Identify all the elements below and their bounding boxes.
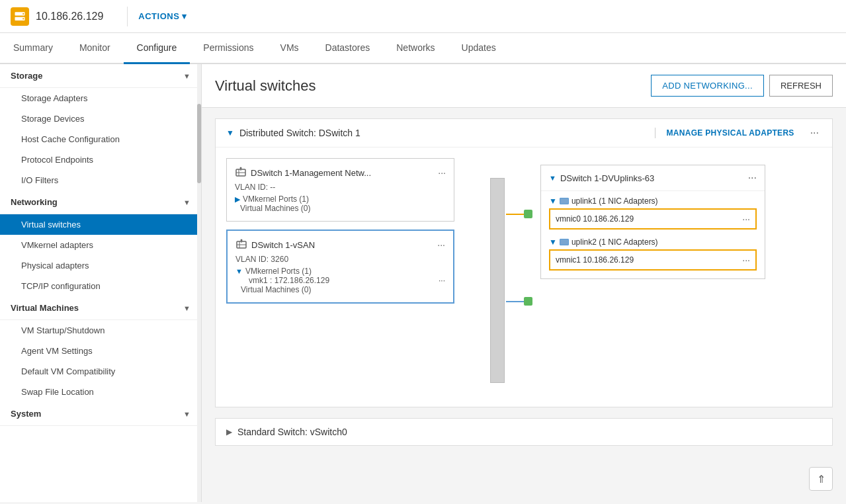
port-group-svg-icon <box>235 167 247 179</box>
standard-switch-title: Standard Switch: vSwitch0 <box>237 427 347 437</box>
mgmt-vmkernel-ports[interactable]: ▶ VMkernel Ports (1) <box>235 194 446 204</box>
uplink1-label: uplink1 (1 NIC Adapters) <box>571 196 658 206</box>
mgmt-port-group-card: DSwitch 1-Management Netw... ··· VLAN ID… <box>226 158 454 222</box>
sidebar-scrollbar <box>197 64 201 502</box>
uplinks-more-button[interactable]: ··· <box>748 172 757 184</box>
vsan-vmkernel-ports[interactable]: ▼ VMkernel Ports (1) <box>235 267 445 276</box>
sidebar-item-physical-adapters[interactable]: Physical adapters <box>0 255 201 276</box>
vsan-vms: Virtual Machines (0) <box>235 285 445 294</box>
virtual-machines-items: VM Startup/Shutdown Agent VM Settings De… <box>0 320 201 402</box>
storage-section-label: Storage <box>11 71 42 81</box>
uplink2-header: ▼ uplink2 (1 NIC Adapters) <box>549 237 757 247</box>
uplink2-icon <box>560 239 569 245</box>
content-header: Virtual switches ADD NETWORKING... REFRE… <box>202 64 846 108</box>
uplink2-nic-item: vmnic1 10.186.26.129 ··· <box>549 249 757 271</box>
vsan-card-header: DSwitch 1-vSAN ··· <box>235 239 445 251</box>
mgmt-vlan: VLAN ID: -- <box>235 183 446 192</box>
svg-point-3 <box>22 18 24 19</box>
uplink2-nic-name: vmnic1 10.186.26.129 <box>556 255 634 265</box>
sidebar-section-header-storage[interactable]: Storage ▼ <box>0 64 201 88</box>
vms-section-label: Virtual Machines <box>11 303 79 313</box>
networking-items: Virtual switches VMkernel adapters Physi… <box>0 214 201 296</box>
scrollbar-thumb[interactable] <box>197 104 201 183</box>
vsan-port-group-card: DSwitch 1-vSAN ··· VLAN ID: 3260 ▼ VMker… <box>226 230 454 304</box>
manage-physical-adapters-link[interactable]: MANAGE PHYSICAL ADAPTERS <box>666 128 794 138</box>
sidebar-item-io-filters[interactable]: I/O Filters <box>0 170 201 190</box>
dswitch-more-button[interactable]: ··· <box>808 127 822 139</box>
sidebar-item-swap-file[interactable]: Swap File Location <box>0 382 201 402</box>
system-section-label: System <box>11 409 41 419</box>
distributed-switch-header: ▼ Distributed Switch: DSwitch 1 MANAGE P… <box>216 119 832 147</box>
vmkernel-item-more[interactable]: ··· <box>439 276 445 285</box>
sidebar-item-vm-compat[interactable]: Default VM Compatibility <box>0 361 201 382</box>
tab-configure[interactable]: Configure <box>124 33 190 64</box>
sidebar-item-protocol-endpoints[interactable]: Protocol Endpoints <box>0 149 201 170</box>
uplink1-icon <box>560 198 569 204</box>
uplink1-toggle[interactable]: ▼ <box>549 196 557 206</box>
svg-point-2 <box>22 13 24 14</box>
vsan-card-name: DSwitch 1-vSAN <box>251 240 433 250</box>
port-group-icon <box>235 167 247 179</box>
vsan-card-more[interactable]: ··· <box>437 239 445 250</box>
up-arrows-icon: ⇑ <box>817 473 825 485</box>
dswitch-toggle-icon[interactable]: ▼ <box>226 128 234 138</box>
sidebar-item-vm-startup[interactable]: VM Startup/Shutdown <box>0 320 201 341</box>
sidebar-item-agent-vm[interactable]: Agent VM Settings <box>0 341 201 361</box>
vsan-vlan: VLAN ID: 3260 <box>235 255 445 264</box>
system-chevron: ▼ <box>183 410 190 418</box>
uplinks-panel-header: ▼ DSwitch 1-DVUplinks-63 ··· <box>541 165 765 191</box>
uplink2-group: ▼ uplink2 (1 NIC Adapters) vmnic1 10.186… <box>541 235 765 278</box>
add-networking-button[interactable]: ADD NETWORKING... <box>651 75 764 97</box>
storage-items: Storage Adapters Storage Devices Host Ca… <box>0 88 201 190</box>
actions-label: ACTIONS <box>138 11 179 21</box>
actions-button[interactable]: ACTIONS ▾ <box>138 11 187 21</box>
uplink1-nic-item: vmnic0 10.186.26.129 ··· <box>549 208 757 230</box>
sidebar-section-virtual-machines: Virtual Machines ▼ VM Startup/Shutdown A… <box>0 296 201 402</box>
switch-bus-bar <box>490 178 505 383</box>
standard-switch-toggle[interactable]: ▶ <box>226 427 232 437</box>
standard-switch-header[interactable]: ▶ Standard Switch: vSwitch0 <box>216 419 832 445</box>
mgmt-card-name: DSwitch 1-Management Netw... <box>251 168 434 178</box>
distributed-switch-group: ▼ Distributed Switch: DSwitch 1 MANAGE P… <box>215 118 833 407</box>
uplink1-header: ▼ uplink1 (1 NIC Adapters) <box>549 196 757 206</box>
mgmt-card-header: DSwitch 1-Management Netw... ··· <box>235 167 446 179</box>
mgmt-card-more[interactable]: ··· <box>438 167 446 178</box>
tab-bar: Summary Monitor Configure Permissions VM… <box>0 33 846 64</box>
sidebar-section-header-vms[interactable]: Virtual Machines ▼ <box>0 296 201 320</box>
host-title: 10.186.26.129 <box>36 11 103 22</box>
refresh-button[interactable]: REFRESH <box>769 75 833 97</box>
sidebar-section-networking: Networking ▼ Virtual switches VMkernel a… <box>0 190 201 296</box>
sidebar-section-header-system[interactable]: System ▼ <box>0 402 201 426</box>
svg-point-12 <box>241 239 243 241</box>
sidebar-item-tcpip-config[interactable]: TCP/IP configuration <box>0 276 201 296</box>
tab-updates[interactable]: Updates <box>448 33 509 64</box>
sidebar-item-host-cache[interactable]: Host Cache Configuration <box>0 129 201 149</box>
sidebar-item-storage-adapters[interactable]: Storage Adapters <box>0 88 201 108</box>
vsan-vmkernel-expand-icon: ▼ <box>235 267 243 275</box>
main-layout: Storage ▼ Storage Adapters Storage Devic… <box>0 64 846 502</box>
uplink1-nic-more[interactable]: ··· <box>742 214 750 224</box>
uplink2-nic-more[interactable]: ··· <box>742 255 750 265</box>
server-icon <box>14 11 26 22</box>
tab-vms[interactable]: VMs <box>267 33 312 64</box>
sidebar-item-storage-devices[interactable]: Storage Devices <box>0 108 201 129</box>
switch-content: ▼ Distributed Switch: DSwitch 1 MANAGE P… <box>202 108 846 456</box>
tab-permissions[interactable]: Permissions <box>190 33 267 64</box>
tab-datastores[interactable]: Datastores <box>312 33 384 64</box>
header-sep <box>655 128 656 138</box>
uplink1-group: ▼ uplink1 (1 NIC Adapters) vmnic0 10.186… <box>541 191 765 235</box>
header-divider <box>127 7 128 26</box>
sidebar-item-vmkernel-adapters[interactable]: VMkernel adapters <box>0 235 201 255</box>
scroll-to-top-button[interactable]: ⇑ <box>809 467 833 491</box>
networking-section-label: Networking <box>11 197 58 207</box>
tab-monitor[interactable]: Monitor <box>66 33 124 64</box>
sidebar-item-virtual-switches[interactable]: Virtual switches <box>0 214 201 235</box>
sidebar-section-header-networking[interactable]: Networking ▼ <box>0 190 201 214</box>
uplinks-panel: ▼ DSwitch 1-DVUplinks-63 ··· ▼ uplink1 (… <box>540 165 765 279</box>
sidebar: Storage ▼ Storage Adapters Storage Devic… <box>0 64 202 502</box>
uplink2-toggle[interactable]: ▼ <box>549 237 557 247</box>
tab-summary[interactable]: Summary <box>0 33 66 64</box>
tab-networks[interactable]: Networks <box>383 33 448 64</box>
switch-diagram: DSwitch 1-Management Netw... ··· VLAN ID… <box>216 147 832 407</box>
uplinks-collapse-icon[interactable]: ▼ <box>549 174 556 182</box>
